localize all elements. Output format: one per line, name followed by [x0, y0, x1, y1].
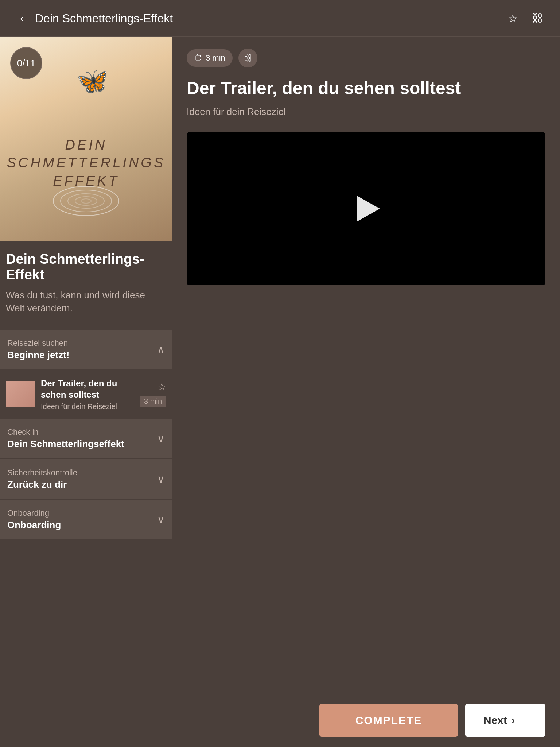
- section-name-0: Beginne jetzt!: [7, 349, 69, 361]
- lesson-duration: 3 min: [140, 396, 166, 407]
- spiral-decoration: [50, 172, 122, 230]
- section-label-0: Reiseziel suchen: [7, 338, 69, 348]
- course-subtitle: Was du tust, kann und wird diese Welt ve…: [6, 289, 166, 315]
- main-content: 0/11 🦋 DEIN SCHMETTERLINGS EFFEKT: [0, 37, 560, 540]
- section-header-text-3: Onboarding Onboarding: [7, 508, 61, 531]
- section-label-1: Check in: [7, 427, 124, 437]
- section-chevron-0: ∧: [157, 344, 165, 356]
- link-badge[interactable]: ⛓: [238, 49, 257, 67]
- course-image-wrapper: 0/11 🦋 DEIN SCHMETTERLINGS EFFEKT: [0, 37, 172, 241]
- section-name-1: Dein Schmetterlingseffekt: [7, 438, 124, 450]
- lesson-thumb-image: [6, 381, 35, 407]
- section-label-3: Onboarding: [7, 508, 61, 518]
- course-info: Dein Schmetterlings-Effekt Was du tust, …: [0, 241, 172, 322]
- right-panel: ⏱ 3 min ⛓ Der Trailer, den du sehen soll…: [172, 37, 560, 311]
- sections-list: Reiseziel suchen Beginne jetzt! ∧ Der Tr…: [0, 330, 172, 539]
- section-header-onboarding[interactable]: Onboarding Onboarding ∨: [0, 500, 172, 539]
- left-panel: 0/11 🦋 DEIN SCHMETTERLINGS EFFEKT: [0, 37, 172, 540]
- time-label: 3 min: [206, 53, 225, 63]
- next-button[interactable]: Next ›: [465, 704, 545, 737]
- course-image: 0/11 🦋 DEIN SCHMETTERLINGS EFFEKT: [0, 37, 172, 241]
- section-chevron-2: ∨: [157, 473, 165, 485]
- back-icon: ‹: [20, 12, 23, 24]
- share-button[interactable]: ⛓: [529, 10, 545, 26]
- progress-text: 0/11: [17, 58, 36, 69]
- video-player[interactable]: [187, 132, 545, 285]
- section-chevron-3: ∨: [157, 514, 165, 526]
- butterfly-icon: 🦋: [77, 66, 108, 96]
- bookmark-icon: ☆: [508, 12, 518, 25]
- section-header-checkin[interactable]: Check in Dein Schmetterlingseffekt ∨: [0, 419, 172, 458]
- lesson-thumbnail: [6, 381, 35, 407]
- svg-point-2: [68, 194, 104, 208]
- lesson-description: Ideen für dein Reiseziel: [41, 402, 134, 411]
- section-header-sicherheit[interactable]: Sicherheitskontrolle Zurück zu dir ∨: [0, 459, 172, 499]
- play-button[interactable]: [351, 194, 381, 223]
- bookmark-button[interactable]: ☆: [505, 10, 521, 26]
- play-icon: [357, 196, 380, 222]
- header-actions: ☆ ⛓: [505, 10, 545, 26]
- svg-point-3: [75, 197, 97, 205]
- lesson-actions: ☆ 3 min: [140, 381, 166, 407]
- section-label-2: Sicherheitskontrolle: [7, 468, 77, 477]
- lesson-title: Der Trailer, den du sehen solltest: [41, 378, 134, 400]
- meta-badges: ⏱ 3 min ⛓: [187, 49, 545, 67]
- svg-point-0: [53, 186, 119, 216]
- back-button[interactable]: ‹: [15, 11, 29, 26]
- clock-icon: ⏱: [194, 53, 203, 63]
- lesson-main-title: Der Trailer, den du sehen solltest: [187, 78, 545, 99]
- section-name-2: Zurück zu dir: [7, 479, 77, 490]
- image-text-line1: DEIN: [7, 136, 165, 154]
- svg-point-4: [81, 199, 91, 203]
- next-label: Next: [483, 714, 507, 727]
- header-left: ‹ Dein Schmetterlings-Effekt: [15, 11, 173, 26]
- section-header-text-2: Sicherheitskontrolle Zurück zu dir: [7, 468, 77, 490]
- header-title: Dein Schmetterlings-Effekt: [35, 12, 173, 25]
- lesson-info: Der Trailer, den du sehen solltest Ideen…: [41, 378, 134, 411]
- section-chevron-1: ∨: [157, 433, 165, 445]
- lesson-item-trailer[interactable]: Der Trailer, den du sehen solltest Ideen…: [0, 370, 172, 418]
- lesson-star-icon[interactable]: ☆: [157, 381, 166, 393]
- link-icon: ⛓: [532, 12, 543, 24]
- course-main-title: Dein Schmetterlings-Effekt: [6, 251, 166, 283]
- section-header-text: Reiseziel suchen Beginne jetzt!: [7, 338, 69, 361]
- header: ‹ Dein Schmetterlings-Effekt ☆ ⛓: [0, 0, 560, 37]
- progress-badge: 0/11: [10, 47, 42, 79]
- link-badge-icon: ⛓: [244, 53, 252, 63]
- bottom-actions: COMPLETE Next ›: [172, 694, 560, 747]
- section-name-3: Onboarding: [7, 519, 61, 531]
- section-header-text-1: Check in Dein Schmetterlingseffekt: [7, 427, 124, 450]
- lesson-main-description: Ideen für dein Reiseziel: [187, 106, 545, 117]
- section-header-reiseziel[interactable]: Reiseziel suchen Beginne jetzt! ∧: [0, 330, 172, 369]
- next-chevron-icon: ›: [512, 715, 515, 726]
- complete-button[interactable]: COMPLETE: [319, 704, 458, 737]
- time-badge: ⏱ 3 min: [187, 49, 233, 67]
- image-text-line2: SCHMETTERLINGS: [7, 154, 165, 172]
